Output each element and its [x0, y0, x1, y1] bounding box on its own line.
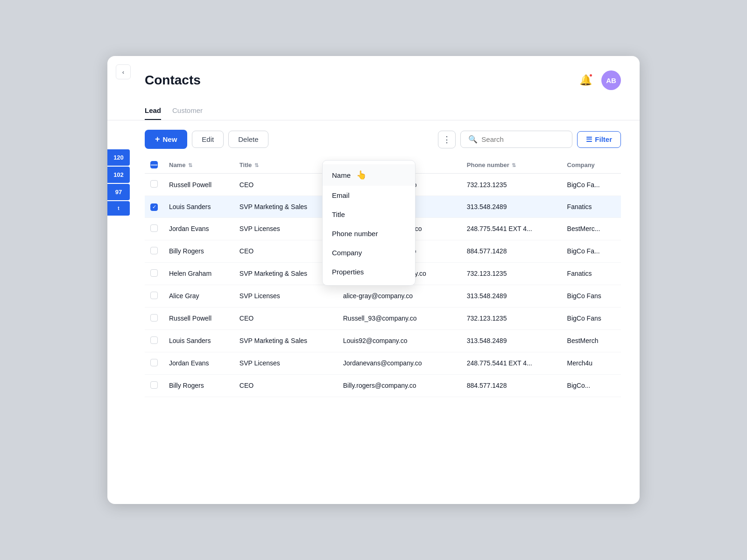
cell-phone: 313.548.2489: [461, 196, 562, 218]
column-filter-dropdown: Name 👆 Email Title Phone number Company …: [322, 160, 416, 286]
cell-company: Fanatics: [562, 262, 621, 285]
row-checkbox[interactable]: [150, 292, 158, 299]
cell-phone: 732.123.1235: [461, 174, 562, 196]
header-name[interactable]: Name ⇅: [163, 156, 234, 174]
cell-email: Billy.rogers@company.co: [338, 374, 461, 397]
header-phone[interactable]: Phone number ⇅: [461, 156, 562, 174]
sort-phone-icon: ⇅: [512, 162, 516, 168]
cell-name: Jordan Evans: [163, 352, 234, 374]
row-checkbox-cell: [145, 352, 163, 374]
avatar[interactable]: AB: [601, 70, 621, 90]
table-row: Louis SandersSVP Marketing & SalesLouis9…: [145, 329, 621, 352]
cell-company: BigCo...: [562, 374, 621, 397]
cell-name: Russell Powell: [163, 307, 234, 329]
cell-phone: 884.577.1428: [461, 374, 562, 397]
cell-name: Billy Rogers: [163, 374, 234, 397]
cell-name: Louis Sanders: [163, 196, 234, 218]
sidebar-badge-102[interactable]: 102: [107, 167, 130, 183]
sidebar-badge-t[interactable]: t: [107, 201, 130, 216]
cell-title: CEO: [234, 307, 338, 329]
row-checkbox[interactable]: [150, 269, 158, 277]
cell-phone: 732.123.1235: [461, 262, 562, 285]
notification-dot: [589, 73, 593, 77]
search-input[interactable]: [481, 135, 564, 143]
header-right: 🔔 AB: [578, 70, 621, 90]
cell-email: Russell_93@company.co: [338, 307, 461, 329]
dropdown-item-email[interactable]: Email: [323, 186, 415, 205]
cell-company: BigCo Fans: [562, 307, 621, 329]
dropdown-item-company[interactable]: Company: [323, 243, 415, 262]
cell-name: Helen Graham: [163, 262, 234, 285]
cell-title: SVP Licenses: [234, 352, 338, 374]
cell-phone: 732.123.1235: [461, 307, 562, 329]
dropdown-item-name[interactable]: Name 👆: [323, 164, 415, 186]
row-checkbox[interactable]: [150, 247, 158, 254]
cell-name: Alice Gray: [163, 285, 234, 307]
row-checkbox[interactable]: ✓: [150, 203, 158, 211]
cell-company: BestMerch: [562, 329, 621, 352]
table-row: Jordan EvansSVP LicensesJordanevans@comp…: [145, 352, 621, 374]
header: Contacts 🔔 AB: [107, 56, 640, 93]
sort-name-icon: ⇅: [188, 162, 192, 168]
dropdown-item-properties[interactable]: Properties: [323, 262, 415, 281]
cell-name: Louis Sanders: [163, 329, 234, 352]
tabs-bar: Lead Customer: [107, 97, 640, 120]
tab-customer[interactable]: Customer: [172, 106, 203, 120]
edit-button[interactable]: Edit: [192, 131, 224, 148]
row-checkbox-cell: [145, 374, 163, 397]
collapse-button[interactable]: ‹: [116, 64, 131, 79]
row-checkbox-cell: [145, 285, 163, 307]
row-checkbox-cell: ✓: [145, 196, 163, 218]
cell-phone: 248.775.5441 EXT 4...: [461, 352, 562, 374]
header-company[interactable]: Company: [562, 156, 621, 174]
cell-email: alice-gray@company.co: [338, 285, 461, 307]
toolbar: + New Edit Delete ⋮ 🔍 ☰ Filter: [107, 120, 640, 156]
row-checkbox[interactable]: [150, 314, 158, 322]
app-window: ‹ 120 102 97 t Contacts 🔔 AB: [107, 56, 640, 504]
dropdown-item-title[interactable]: Title: [323, 205, 415, 224]
filter-icon: ☰: [586, 135, 592, 144]
notification-button[interactable]: 🔔: [578, 72, 594, 88]
row-checkbox[interactable]: [150, 336, 158, 344]
sidebar-badge-97[interactable]: 97: [107, 184, 130, 200]
tab-lead[interactable]: Lead: [145, 106, 161, 120]
row-checkbox-cell: [145, 307, 163, 329]
cell-company: Merch4u: [562, 352, 621, 374]
cell-phone: 313.548.2489: [461, 285, 562, 307]
cell-name: Russell Powell: [163, 174, 234, 196]
cell-title: SVP Licenses: [234, 285, 338, 307]
cell-company: BigCo Fa...: [562, 240, 621, 262]
delete-button[interactable]: Delete: [228, 131, 268, 148]
sidebar-badge-120[interactable]: 120: [107, 149, 130, 166]
table-row: Billy RogersCEOBilly.rogers@company.co88…: [145, 374, 621, 397]
row-checkbox-cell: [145, 240, 163, 262]
new-button[interactable]: + New: [145, 130, 187, 149]
row-checkbox[interactable]: [150, 359, 158, 366]
sort-title-icon: ⇅: [254, 162, 259, 168]
collapse-icon: ‹: [122, 69, 124, 76]
sidebar-badges: 120 102 97 t: [107, 149, 130, 217]
cell-email: Louis92@company.co: [338, 329, 461, 352]
cell-company: BigCo Fans: [562, 285, 621, 307]
cursor-icon: 👆: [356, 170, 366, 180]
cell-title: SVP Marketing & Sales: [234, 329, 338, 352]
row-checkbox[interactable]: [150, 224, 158, 232]
row-checkbox-cell: [145, 174, 163, 196]
table-row: Russell PowellCEORussell_93@company.co73…: [145, 307, 621, 329]
cell-title: CEO: [234, 374, 338, 397]
cell-phone: 313.548.2489: [461, 329, 562, 352]
search-box: 🔍: [460, 131, 572, 148]
table-area: — Name ⇅ Title ⇅ Email ⇅ Pho: [107, 156, 640, 504]
cell-name: Billy Rogers: [163, 240, 234, 262]
row-checkbox[interactable]: [150, 180, 158, 188]
plus-icon: +: [155, 134, 160, 144]
more-options-button[interactable]: ⋮: [438, 131, 456, 148]
row-checkbox[interactable]: [150, 381, 158, 389]
cell-company: BigCo Fa...: [562, 174, 621, 196]
dropdown-item-phone[interactable]: Phone number: [323, 224, 415, 243]
filter-button[interactable]: ☰ Filter: [577, 131, 621, 148]
select-all-checkbox[interactable]: —: [150, 161, 158, 168]
search-icon: 🔍: [468, 135, 478, 144]
cell-phone: 884.577.1428: [461, 240, 562, 262]
row-checkbox-cell: [145, 217, 163, 240]
